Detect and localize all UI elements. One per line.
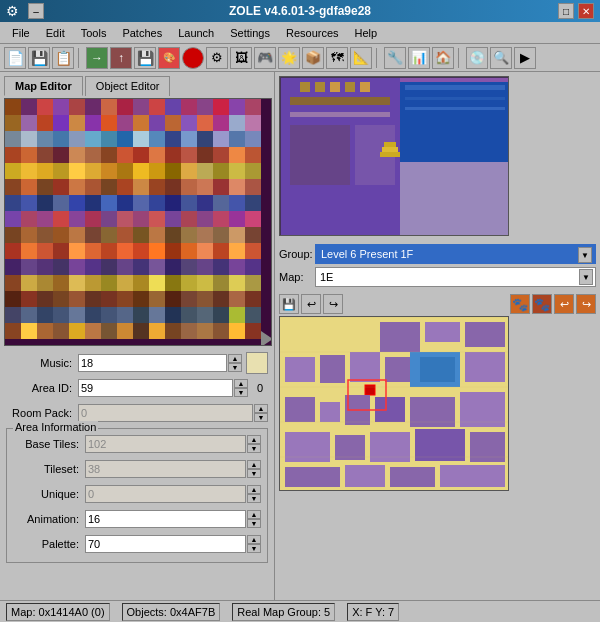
- tileset-up[interactable]: ▲: [247, 460, 261, 469]
- svg-rect-109: [197, 195, 213, 211]
- group-dropdown-arrow[interactable]: ▼: [578, 247, 592, 263]
- svg-rect-53: [69, 147, 85, 163]
- tb-ruler[interactable]: 📐: [350, 47, 372, 69]
- animation-up[interactable]: ▲: [247, 510, 261, 519]
- tb-play[interactable]: ▶: [514, 47, 536, 69]
- tb-tool2[interactable]: 📊: [408, 47, 430, 69]
- area-id-up[interactable]: ▲: [234, 379, 248, 388]
- svg-rect-86: [85, 179, 101, 195]
- room-pack-input[interactable]: [78, 404, 253, 422]
- tb-sprite[interactable]: 🖼: [230, 47, 252, 69]
- base-tiles-input[interactable]: [85, 435, 246, 453]
- tab-map-editor[interactable]: Map Editor: [4, 76, 83, 96]
- tb-up[interactable]: ↑: [110, 47, 132, 69]
- svg-rect-247: [315, 82, 325, 92]
- area-info-group: Area Information Base Tiles: ▲ ▼ Tileset…: [6, 428, 268, 563]
- tb-copy[interactable]: 📋: [52, 47, 74, 69]
- room-pack-down[interactable]: ▼: [254, 413, 268, 422]
- palette-input[interactable]: [85, 535, 246, 553]
- title-bar: ⚙ – ZOLE v4.6.01-3-gdfa9e28 □ ✕: [0, 0, 600, 22]
- map-art: [280, 77, 508, 235]
- mini-redo-btn[interactable]: ↪: [323, 294, 343, 314]
- base-tiles-down[interactable]: ▼: [247, 444, 261, 453]
- tb-arrow[interactable]: →: [86, 47, 108, 69]
- tb-sep3: [458, 48, 462, 68]
- tb-palette[interactable]: 🎨: [158, 47, 180, 69]
- animation-input[interactable]: [85, 510, 246, 528]
- mini-zoom4-btn[interactable]: ↪: [576, 294, 596, 314]
- svg-rect-190: [213, 275, 229, 291]
- mini-zoom1-btn[interactable]: 🐾: [510, 294, 530, 314]
- close-button[interactable]: ✕: [578, 3, 594, 19]
- mini-save-btn[interactable]: 💾: [279, 294, 299, 314]
- music-up[interactable]: ▲: [228, 354, 242, 363]
- area-id-row: Area ID: ▲ ▼ 0: [6, 377, 268, 399]
- map-combo[interactable]: 1E ▼: [315, 267, 596, 287]
- unique-down[interactable]: ▼: [247, 494, 261, 503]
- tb-save2[interactable]: 💾: [134, 47, 156, 69]
- group-combo[interactable]: Level 6 Present 1F ▼: [315, 244, 596, 264]
- tb-game[interactable]: 🎮: [254, 47, 276, 69]
- menu-resources[interactable]: Resources: [278, 25, 347, 41]
- svg-rect-188: [181, 275, 197, 291]
- palette-up[interactable]: ▲: [247, 535, 261, 544]
- svg-rect-102: [85, 195, 101, 211]
- mini-zoom2-btn[interactable]: 🐾: [532, 294, 552, 314]
- tb-save[interactable]: 💾: [28, 47, 50, 69]
- svg-rect-83: [37, 179, 53, 195]
- tileset-down[interactable]: ▼: [247, 469, 261, 478]
- svg-rect-33: [5, 131, 21, 147]
- svg-rect-165: [69, 259, 85, 275]
- maximize-button[interactable]: □: [558, 3, 574, 19]
- unique-input[interactable]: [85, 485, 246, 503]
- tb-new[interactable]: 📄: [4, 47, 26, 69]
- minimize-button[interactable]: –: [28, 3, 44, 19]
- tb-gear[interactable]: ⚙: [206, 47, 228, 69]
- svg-rect-124: [181, 211, 197, 227]
- svg-rect-273: [385, 357, 410, 382]
- music-down[interactable]: ▼: [228, 363, 242, 372]
- svg-rect-228: [53, 323, 69, 339]
- tb-tool1[interactable]: 🔧: [384, 47, 406, 69]
- room-pack-up[interactable]: ▲: [254, 404, 268, 413]
- menu-patches[interactable]: Patches: [114, 25, 170, 41]
- base-tiles-up[interactable]: ▲: [247, 435, 261, 444]
- animation-down[interactable]: ▼: [247, 519, 261, 528]
- svg-rect-6: [85, 99, 101, 115]
- objects-text: Objects: 0x4AF7B: [127, 606, 216, 618]
- menu-edit[interactable]: Edit: [38, 25, 73, 41]
- tb-disk[interactable]: 💿: [466, 47, 488, 69]
- menu-help[interactable]: Help: [347, 25, 386, 41]
- tileset-input[interactable]: [85, 460, 246, 478]
- svg-rect-271: [320, 355, 345, 383]
- menu-tools[interactable]: Tools: [73, 25, 115, 41]
- tb-home[interactable]: 🏠: [432, 47, 454, 69]
- tb-red[interactable]: [182, 47, 204, 69]
- svg-rect-216: [117, 307, 133, 323]
- area-id-down[interactable]: ▼: [234, 388, 248, 397]
- tb-box[interactable]: 📦: [302, 47, 324, 69]
- svg-rect-168: [117, 259, 133, 275]
- svg-rect-240: [245, 323, 261, 339]
- tab-object-editor[interactable]: Object Editor: [85, 76, 171, 96]
- map-view[interactable]: [279, 76, 509, 236]
- tb-search[interactable]: 🔍: [490, 47, 512, 69]
- svg-rect-18: [21, 115, 37, 131]
- unique-up[interactable]: ▲: [247, 485, 261, 494]
- map-dropdown-arrow[interactable]: ▼: [579, 269, 593, 285]
- mini-zoom3-btn[interactable]: ↩: [554, 294, 574, 314]
- tb-star[interactable]: 🌟: [278, 47, 300, 69]
- area-id-input[interactable]: [78, 379, 233, 397]
- menu-launch[interactable]: Launch: [170, 25, 222, 41]
- palette-down[interactable]: ▼: [247, 544, 261, 553]
- unique-label: Unique:: [13, 488, 85, 500]
- menu-file[interactable]: File: [4, 25, 38, 41]
- svg-rect-94: [213, 179, 229, 195]
- svg-rect-59: [165, 147, 181, 163]
- tb-map[interactable]: 🗺: [326, 47, 348, 69]
- menu-settings[interactable]: Settings: [222, 25, 278, 41]
- music-input[interactable]: [78, 354, 227, 372]
- tile-canvas[interactable]: [4, 98, 272, 346]
- mini-map[interactable]: [279, 316, 509, 491]
- mini-undo-btn[interactable]: ↩: [301, 294, 321, 314]
